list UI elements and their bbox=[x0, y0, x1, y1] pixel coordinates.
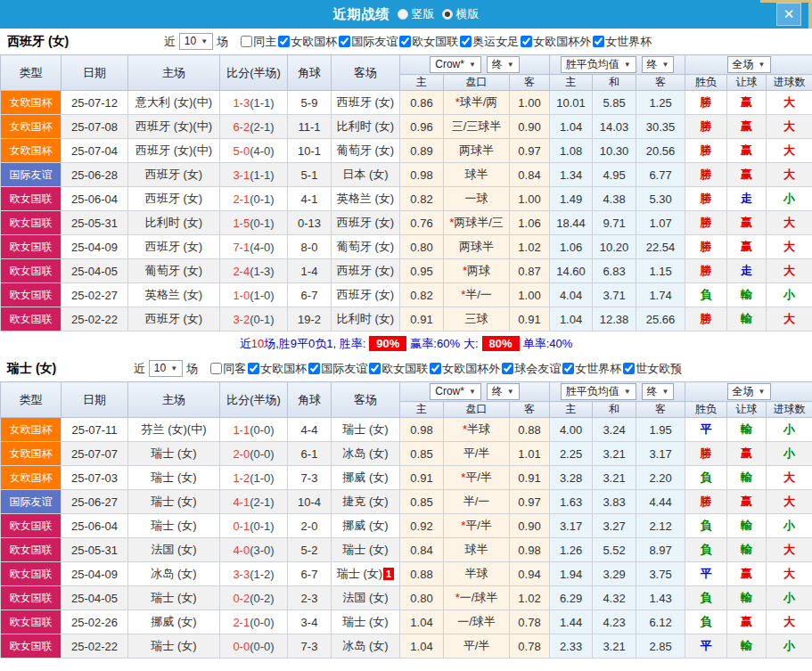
goals-result-cell: 大 bbox=[767, 610, 812, 634]
sub-column-header: 主 bbox=[400, 75, 444, 91]
competition-filter[interactable]: 世女欧预 bbox=[621, 361, 682, 377]
away-team-cell: 比利时 (女) bbox=[332, 115, 400, 139]
avg-time-select[interactable]: 终▼ bbox=[642, 56, 675, 73]
scope-select[interactable]: 全场▼ bbox=[727, 383, 771, 400]
handicap-result-cell: 輸 bbox=[727, 634, 767, 659]
corner-cell: 1-4 bbox=[288, 259, 332, 283]
avg-time-select[interactable]: 终▼ bbox=[642, 383, 675, 400]
team-title: 瑞士 (女) bbox=[7, 361, 56, 377]
avg-lose-cell: 1.15 bbox=[636, 259, 685, 283]
same-side-checkbox[interactable] bbox=[210, 363, 222, 374]
avg-draw-cell: 10.30 bbox=[593, 139, 636, 163]
avg-win-cell: 18.44 bbox=[550, 211, 593, 235]
competition-checkbox[interactable] bbox=[593, 36, 604, 47]
avg-win-cell: 3.17 bbox=[550, 514, 593, 538]
goals-result-cell: 大 bbox=[767, 91, 812, 115]
competition-checkbox[interactable] bbox=[623, 363, 635, 374]
avg-win-cell: 1.34 bbox=[550, 163, 593, 187]
competition-checkbox[interactable] bbox=[562, 363, 574, 374]
avg-win-cell: 6.29 bbox=[550, 586, 593, 610]
goals-result-cell: 大 bbox=[767, 466, 812, 490]
same-side-checkbox[interactable] bbox=[241, 36, 252, 47]
competition-checkbox[interactable] bbox=[278, 36, 290, 47]
competition-filter[interactable]: 女欧国杯 bbox=[246, 361, 307, 377]
competition-checkbox[interactable] bbox=[308, 363, 320, 374]
handicap-result-cell: 輸 bbox=[727, 418, 767, 442]
recent-count-value: 10 bbox=[185, 35, 196, 48]
competition-filter[interactable]: 奥运女足 bbox=[458, 34, 519, 50]
competition-filter[interactable]: 球会友谊 bbox=[500, 361, 561, 377]
competition-checkbox[interactable] bbox=[460, 36, 472, 47]
competition-filter[interactable]: 女欧国杯 bbox=[276, 34, 337, 50]
radio-selected-icon[interactable] bbox=[442, 9, 453, 20]
home-odds-cell: 0.96 bbox=[400, 115, 444, 139]
odds-source-select[interactable]: Crow*▼ bbox=[430, 383, 481, 400]
result-cell: 勝 bbox=[685, 259, 727, 283]
recent-results-panel: 近期战绩 竖版 横版 ✕ 西班牙 (女) 近 10▼ 场 同主 女欧国杯国际友谊… bbox=[0, 0, 812, 671]
result-cell: 勝 bbox=[685, 211, 727, 235]
competition-filter[interactable]: 女世界杯 bbox=[561, 361, 621, 377]
scope-select[interactable]: 全场▼ bbox=[727, 56, 771, 73]
competition-checkbox[interactable] bbox=[399, 36, 411, 47]
dropdown-arrow-icon: ▼ bbox=[662, 58, 669, 71]
same-side-filter[interactable]: 同主 bbox=[239, 34, 276, 50]
avg-draw-cell: 12.38 bbox=[593, 307, 636, 331]
filter-row: 西班牙 (女) 近 10▼ 场 同主 女欧国杯国际友谊欧女国联奥运女足女欧国杯外… bbox=[0, 29, 812, 54]
competition-label: 国际友谊 bbox=[321, 361, 367, 377]
handicap-cell: 两球半 bbox=[444, 139, 510, 163]
competition-filter[interactable]: 女欧国杯外 bbox=[428, 361, 500, 377]
match-row: 女欧国杯25-07-03瑞士 (女)1-2(1-0)7-3挪威 (女)0.91*… bbox=[1, 466, 812, 490]
odds-time-select[interactable]: 终▼ bbox=[487, 383, 520, 400]
recent-count-select[interactable]: 10▼ bbox=[149, 360, 183, 377]
goals-result-cell: 大 bbox=[767, 163, 812, 187]
away-odds-cell: 1.00 bbox=[510, 91, 550, 115]
competition-type-cell: 欧女国联 bbox=[1, 187, 62, 211]
dropdown-arrow-icon: ▼ bbox=[469, 385, 476, 398]
competition-checkbox[interactable] bbox=[502, 363, 513, 374]
competition-filter[interactable]: 国际友谊 bbox=[307, 361, 367, 377]
competition-filter[interactable]: 女世界杯 bbox=[591, 34, 652, 50]
away-odds-cell: 0.84 bbox=[510, 163, 550, 187]
radio-unselected-icon[interactable] bbox=[398, 9, 408, 20]
result-cell: 勝 bbox=[685, 490, 727, 514]
avg-select[interactable]: 胜平负均值▼ bbox=[561, 56, 636, 73]
same-side-filter[interactable]: 同客 bbox=[209, 361, 246, 377]
competition-checkbox[interactable] bbox=[369, 363, 381, 374]
competition-type-cell: 女欧国杯 bbox=[1, 115, 62, 139]
odds-source-select[interactable]: Crow*▼ bbox=[430, 56, 481, 73]
sub-column-header: 胜负 bbox=[685, 402, 727, 418]
competition-checkbox[interactable] bbox=[521, 36, 532, 47]
competition-checkbox[interactable] bbox=[430, 363, 441, 374]
handicap-cell: 两球半 bbox=[444, 235, 510, 259]
sub-column-header: 让球 bbox=[727, 402, 767, 418]
score-cell: 1-5(0-1) bbox=[220, 211, 288, 235]
match-row: 欧女国联25-04-05葡萄牙 (女)2-4(1-3)1-4西班牙 (女)0.9… bbox=[1, 259, 812, 283]
competition-type-cell: 欧女国联 bbox=[1, 514, 62, 538]
odds-time-select[interactable]: 终▼ bbox=[487, 56, 520, 73]
avg-win-cell: 2.25 bbox=[550, 442, 593, 466]
layout-option-horizontal[interactable]: 横版 bbox=[442, 6, 480, 22]
away-odds-cell: 0.78 bbox=[510, 610, 550, 634]
avg-win-cell: 4.04 bbox=[550, 283, 593, 307]
competition-filter[interactable]: 女欧国杯外 bbox=[519, 34, 591, 50]
layout-option-vertical[interactable]: 竖版 bbox=[398, 6, 435, 22]
avg-lose-cell: 6.77 bbox=[636, 163, 685, 187]
date-cell: 25-06-04 bbox=[62, 187, 128, 211]
competition-filter[interactable]: 欧女国联 bbox=[398, 34, 458, 50]
competition-filter[interactable]: 国际友谊 bbox=[337, 34, 398, 50]
competition-checkbox[interactable] bbox=[339, 36, 350, 47]
sub-column-header: 客 bbox=[510, 402, 550, 418]
avg-draw-cell: 14.03 bbox=[593, 115, 636, 139]
avg-select[interactable]: 胜平负均值▼ bbox=[561, 383, 636, 400]
avg-win-cell: 3.28 bbox=[550, 466, 593, 490]
competition-type-cell: 女欧国杯 bbox=[1, 466, 62, 490]
handicap-result-cell: 赢 bbox=[727, 211, 767, 235]
recent-count-select[interactable]: 10▼ bbox=[179, 33, 213, 50]
away-odds-cell: 0.91 bbox=[510, 466, 550, 490]
summary-text: 大: bbox=[463, 336, 479, 352]
competition-checkbox[interactable] bbox=[248, 363, 259, 374]
close-button[interactable]: ✕ bbox=[776, 3, 801, 26]
competition-filter[interactable]: 欧女国联 bbox=[367, 361, 428, 377]
match-row: 欧女国联25-02-22瑞士 (女)0-0(0-0)7-3冰岛 (女)1.04平… bbox=[1, 634, 812, 659]
handicap-cell: 球半 bbox=[444, 163, 510, 187]
